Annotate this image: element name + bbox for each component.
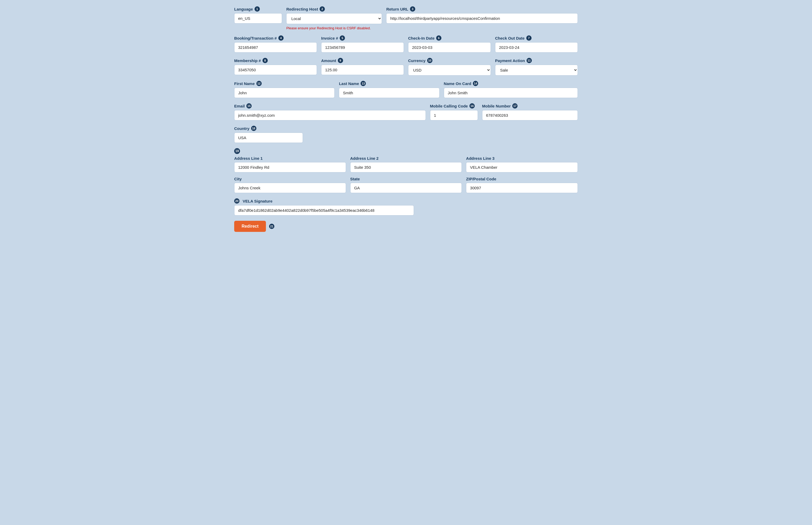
email-badge: 15 [246, 103, 252, 108]
membership-label-text: Membership # [234, 58, 261, 63]
row-country: Country 18 [234, 126, 578, 143]
checkout-badge: 7 [526, 35, 532, 41]
membership-input[interactable] [234, 65, 317, 75]
redirect-button[interactable]: Redirect [234, 221, 266, 232]
currency-select[interactable]: USD EUR GBP [408, 65, 491, 76]
zip-label-text: ZIP/Postal Code [466, 177, 496, 181]
amount-field: Amount 9 [321, 58, 404, 75]
state-field: State [350, 177, 462, 193]
language-input[interactable] [234, 13, 282, 24]
booking-input[interactable] [234, 42, 317, 52]
country-badge: 18 [251, 126, 256, 131]
currency-label-text: Currency [408, 58, 425, 63]
return-url-field: Return URL 3 [386, 6, 578, 24]
mobile-number-input[interactable] [482, 110, 578, 120]
payment-action-label-text: Payment Action [495, 58, 525, 63]
address-section: 19 Address Line 1 Address Line 2 Address… [234, 148, 578, 193]
mobile-calling-code-label-text: Mobile Calling Code [430, 104, 468, 108]
address-line3-label-text: Address Line 3 [466, 156, 495, 161]
language-field: Language 1 [234, 6, 282, 24]
invoice-label: Invoice # 5 [321, 35, 404, 41]
email-label-text: Email [234, 104, 245, 108]
amount-input[interactable] [321, 65, 404, 75]
address-section-badge: 19 [234, 148, 240, 154]
payment-action-badge: 11 [526, 58, 532, 63]
first-name-input[interactable] [234, 88, 335, 98]
row-names: First Name 12 Last Name 13 Name On Card … [234, 81, 578, 98]
return-url-input[interactable] [386, 13, 578, 24]
mobile-calling-code-label: Mobile Calling Code 16 [430, 103, 478, 108]
return-url-badge: 3 [410, 6, 415, 12]
address-line1-label: Address Line 1 [234, 156, 346, 161]
last-name-field: Last Name 13 [339, 81, 439, 98]
state-label-text: State [350, 177, 360, 181]
redirecting-host-select[interactable]: Local Remote [286, 13, 382, 24]
last-name-label: Last Name 13 [339, 81, 439, 86]
vela-signature-badge: 20 [234, 198, 240, 204]
vela-signature-section: 20 VELA Signature [234, 198, 578, 215]
membership-badge: 8 [262, 58, 268, 63]
zip-input[interactable] [466, 183, 578, 193]
vela-signature-input[interactable] [234, 205, 414, 215]
country-label-text: Country [234, 126, 249, 131]
invoice-label-text: Invoice # [321, 36, 338, 41]
city-input[interactable] [234, 183, 346, 193]
country-input[interactable] [234, 133, 303, 143]
name-on-card-input[interactable] [444, 88, 578, 98]
booking-label: Booking/Transaction # 4 [234, 35, 317, 41]
bottom-row: Redirect 21 [234, 221, 578, 232]
address-line3-label: Address Line 3 [466, 156, 578, 161]
language-badge: 1 [255, 6, 260, 12]
redirect-button-badge: 21 [269, 224, 274, 229]
payment-action-select[interactable]: Sale Authorization [495, 65, 578, 76]
payment-action-field: Payment Action 11 Sale Authorization [495, 58, 578, 76]
address-line1-field: Address Line 1 [234, 156, 346, 172]
invoice-input[interactable] [321, 42, 404, 52]
mobile-calling-code-input[interactable] [430, 110, 478, 120]
country-field: Country 18 [234, 126, 303, 143]
row-top: Language 1 Redirecting Host 2 Local Remo… [234, 6, 578, 30]
checkin-input[interactable] [408, 42, 491, 52]
email-input[interactable] [234, 110, 426, 120]
state-input[interactable] [350, 183, 462, 193]
first-name-label-text: First Name [234, 81, 255, 86]
checkout-label-text: Check Out Date [495, 36, 525, 41]
address-line2-input[interactable] [350, 162, 462, 172]
address-section-label: 19 [234, 148, 578, 154]
checkout-input[interactable] [495, 42, 578, 52]
currency-field: Currency 10 USD EUR GBP [408, 58, 491, 76]
name-on-card-label-text: Name On Card [444, 81, 471, 86]
redirecting-host-badge: 2 [320, 6, 325, 12]
row-booking: Booking/Transaction # 4 Invoice # 5 Chec… [234, 35, 578, 52]
first-name-label: First Name 12 [234, 81, 335, 86]
last-name-badge: 13 [361, 81, 366, 86]
row-membership: Membership # 8 Amount 9 Currency 10 USD … [234, 58, 578, 76]
booking-label-text: Booking/Transaction # [234, 36, 277, 41]
checkin-label: Check-In Date 6 [408, 35, 491, 41]
amount-badge: 9 [338, 58, 343, 63]
mobile-calling-code-badge: 16 [469, 103, 475, 108]
city-label-text: City [234, 177, 242, 181]
first-name-badge: 12 [256, 81, 262, 86]
checkout-field: Check Out Date 7 [495, 35, 578, 52]
email-label: Email 15 [234, 103, 426, 108]
invoice-badge: 5 [340, 35, 345, 41]
name-on-card-field: Name On Card 14 [444, 81, 578, 98]
address-line3-input[interactable] [466, 162, 578, 172]
address-line3-field: Address Line 3 [466, 156, 578, 172]
form-container: Language 1 Redirecting Host 2 Local Remo… [234, 6, 578, 232]
currency-badge: 10 [427, 58, 432, 63]
checkout-label: Check Out Date 7 [495, 35, 578, 41]
last-name-input[interactable] [339, 88, 439, 98]
state-label: State [350, 177, 462, 181]
invoice-field: Invoice # 5 [321, 35, 404, 52]
payment-action-label: Payment Action 11 [495, 58, 578, 63]
country-label: Country 18 [234, 126, 303, 131]
checkin-field: Check-In Date 6 [408, 35, 491, 52]
address-line1-input[interactable] [234, 162, 346, 172]
name-on-card-badge: 14 [473, 81, 478, 86]
redirect-button-label: Redirect [242, 224, 259, 229]
address-line2-label-text: Address Line 2 [350, 156, 379, 161]
row-contact: Email 15 Mobile Calling Code 16 Mobile N… [234, 103, 578, 120]
mobile-number-field: Mobile Number 17 [482, 103, 578, 120]
